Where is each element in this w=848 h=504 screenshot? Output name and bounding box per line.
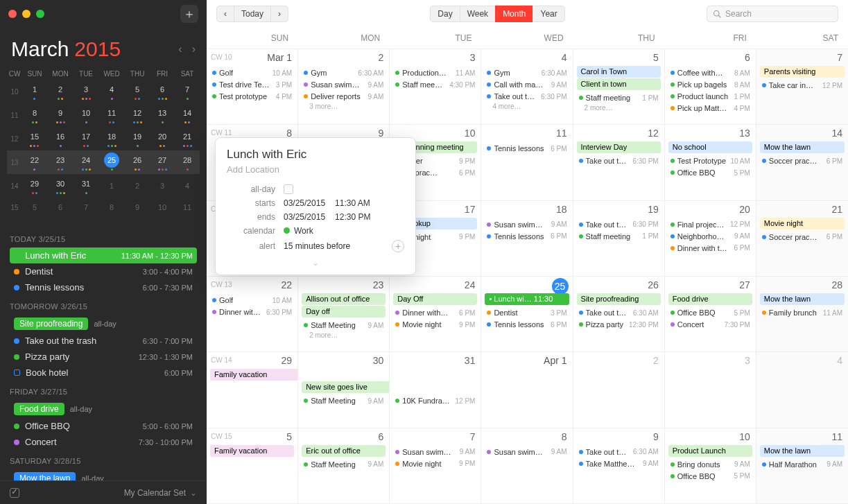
- day-cell[interactable]: 18Susan swim…9 AMTennis lessons6 PM: [481, 201, 573, 276]
- allday-event[interactable]: Mow the lawn: [760, 141, 845, 153]
- event-item[interactable]: Soccer prac…6 PM: [761, 155, 844, 166]
- day-cell[interactable]: CW 155Family vacation: [207, 428, 298, 503]
- mini-day[interactable]: 10: [73, 103, 98, 127]
- event-item[interactable]: Office BBQ5 PM: [669, 167, 752, 178]
- allday-event[interactable]: Food drive: [668, 293, 752, 305]
- agenda-item[interactable]: Pizza party12:30 - 1:30 PM: [10, 349, 197, 365]
- day-cell[interactable]: 7Parents visitingTake car in…12 PM: [756, 49, 848, 124]
- event-item[interactable]: Coffee with…8 AM: [669, 67, 752, 78]
- day-cell[interactable]: CW 1322Golf10 AMDinner wit…6:30 PM: [207, 277, 298, 351]
- agenda-item[interactable]: Food driveall-day: [10, 400, 197, 418]
- calendar-value[interactable]: Work: [294, 226, 313, 236]
- mini-day[interactable]: 11: [175, 198, 200, 217]
- event-item[interactable]: Take Matthe…9 AM: [578, 458, 660, 469]
- event-item[interactable]: Take out t…6:30 AM: [578, 307, 660, 318]
- event-item[interactable]: Staff Meeting9 AM: [302, 459, 385, 470]
- allday-event[interactable]: • Lunch wi… 11:30 AM: [485, 293, 569, 305]
- event-item[interactable]: Bring donuts9 AM: [669, 459, 752, 470]
- popover-title[interactable]: Lunch with Eric: [227, 148, 404, 162]
- event-item[interactable]: Staff meeting1 PM: [578, 231, 660, 242]
- allday-event[interactable]: No school: [668, 141, 752, 153]
- event-item[interactable]: Staff mee…4:30 PM: [394, 79, 476, 90]
- day-cell[interactable]: 3: [665, 352, 756, 427]
- event-item[interactable]: Dinner wit…6:30 PM: [211, 306, 293, 318]
- event-item[interactable]: Production…11 AM: [394, 67, 476, 78]
- mini-prev-month-button[interactable]: ‹: [178, 43, 182, 55]
- event-popover[interactable]: Lunch with Eric Add Location all-day sta…: [215, 137, 416, 275]
- next-button[interactable]: ›: [270, 6, 288, 22]
- mini-day[interactable]: 26: [125, 150, 150, 174]
- mini-day[interactable]: 1: [22, 80, 47, 103]
- allday-checkbox[interactable]: [284, 184, 293, 194]
- starts-time[interactable]: 11:30 AM: [335, 198, 370, 208]
- event-item[interactable]: Susan swim…9 AM: [394, 446, 476, 458]
- expand-icon[interactable]: ⌄: [227, 258, 404, 268]
- day-cell[interactable]: 8Susan swim…9 AM: [481, 428, 573, 503]
- allday-event[interactable]: Family vacation: [210, 445, 294, 457]
- event-item[interactable]: Office BBQ5 PM: [669, 307, 752, 318]
- mini-day[interactable]: 28: [175, 150, 200, 174]
- allday-event[interactable]: Movie night: [760, 218, 845, 229]
- day-cell[interactable]: Apr 1: [481, 352, 573, 427]
- add-alert-button[interactable]: +: [392, 240, 404, 252]
- allday-event[interactable]: Client in town: [577, 78, 661, 90]
- event-item[interactable]: Golf10 AM: [211, 295, 293, 306]
- month-grid[interactable]: CW 10Mar 1Golf10 AMTest drive Te…3 PMTes…: [207, 49, 848, 504]
- alert-value[interactable]: 15 minutes before: [284, 241, 350, 251]
- mini-day[interactable]: 2: [47, 80, 73, 103]
- mini-day[interactable]: 25: [98, 150, 125, 174]
- event-item[interactable]: Susan swim…9 AM: [485, 446, 568, 458]
- day-cell[interactable]: 26Site proofreadingTake out t…6:30 AMPiz…: [573, 277, 665, 351]
- agenda-item[interactable]: Dentist3:00 - 4:00 PM: [10, 263, 197, 279]
- more-events[interactable]: 4 more…: [485, 103, 568, 110]
- day-cell[interactable]: 10Product LaunchBring donuts9 AMOffice B…: [665, 428, 756, 503]
- day-cell[interactable]: 4Gym6:30 AMCall with ma…9 AMTake out t…6…: [481, 49, 573, 124]
- mini-day[interactable]: 3: [150, 174, 175, 198]
- mini-day[interactable]: 6: [47, 198, 73, 217]
- day-cell[interactable]: 5Carol in TownClient in townStaff meetin…: [573, 49, 665, 124]
- day-cell[interactable]: 28Mow the lawnFamily brunch11 AM: [756, 277, 848, 351]
- day-cell[interactable]: 3Production…11 AMStaff mee…4:30 PM: [390, 49, 481, 124]
- ends-date[interactable]: 03/25/2015: [284, 212, 325, 222]
- view-tab-day[interactable]: Day: [430, 6, 459, 22]
- event-item[interactable]: Test prototype4 PM: [211, 91, 293, 102]
- event-item[interactable]: Dinner with t…6 PM: [669, 243, 752, 254]
- event-item[interactable]: Soccer prac…6 PM: [761, 232, 844, 243]
- more-events[interactable]: 2 more…: [302, 331, 385, 339]
- day-cell[interactable]: CW 1429Family vacation: [207, 352, 298, 427]
- starts-date[interactable]: 03/25/2015: [284, 198, 325, 208]
- event-item[interactable]: Take out t…6:30 AM: [578, 446, 660, 458]
- agenda-item[interactable]: Take out the trash6:30 - 7:00 PM: [10, 333, 197, 349]
- allday-event[interactable]: Eric out of office: [302, 445, 386, 457]
- prev-button[interactable]: ‹: [216, 6, 234, 22]
- search-input[interactable]: Search: [707, 6, 838, 22]
- event-item[interactable]: Final projec…12 PM: [669, 219, 752, 230]
- mini-next-month-button[interactable]: ›: [192, 43, 196, 55]
- day-cell[interactable]: 2Gym6:30 AMSusan swim…9 AMDeliver report…: [298, 49, 390, 124]
- event-item[interactable]: Test Prototype10 AM: [669, 155, 752, 166]
- day-cell[interactable]: 2: [573, 352, 665, 427]
- mini-day[interactable]: 19: [125, 127, 150, 150]
- day-cell[interactable]: CW 10Mar 1Golf10 AMTest drive Te…3 PMTes…: [207, 49, 298, 124]
- zoom-window-button[interactable]: [36, 10, 44, 18]
- mini-day[interactable]: 2: [125, 174, 150, 198]
- mini-calendar[interactable]: CWSUNMONTUEWEDTHUFRISAT10123456711891011…: [0, 65, 207, 224]
- event-item[interactable]: Pick up Matt…4 PM: [669, 103, 752, 114]
- event-item[interactable]: Take out t…6:30 PM: [578, 219, 660, 230]
- mini-day[interactable]: 8: [98, 198, 125, 217]
- allday-event[interactable]: Day Off: [393, 293, 477, 305]
- day-cell[interactable]: 23Allison out of officeDay offStaff Meet…: [298, 277, 390, 351]
- event-item[interactable]: Half Marathon9 AM: [761, 459, 844, 470]
- day-cell[interactable]: 6Coffee with…8 AMPick up bagels8 AMProdu…: [665, 49, 756, 124]
- allday-event[interactable]: New site goes live: [302, 381, 390, 393]
- allday-event[interactable]: Site proofreading: [577, 293, 661, 305]
- mini-day[interactable]: 12: [125, 103, 150, 127]
- mini-day[interactable]: 8: [22, 103, 47, 127]
- event-item[interactable]: Call with ma…9 AM: [485, 79, 568, 90]
- mini-day[interactable]: 5: [22, 198, 47, 217]
- event-item[interactable]: Movie night9 PM: [394, 319, 476, 330]
- agenda-item[interactable]: Tennis lessons6:00 - 7:30 PM: [10, 279, 197, 295]
- day-cell[interactable]: 25• Lunch wi… 11:30 AMDentist3 PMTennis …: [481, 277, 573, 351]
- event-item[interactable]: Concert7:30 PM: [669, 319, 752, 330]
- allday-event[interactable]: Mow the lawn: [760, 293, 845, 305]
